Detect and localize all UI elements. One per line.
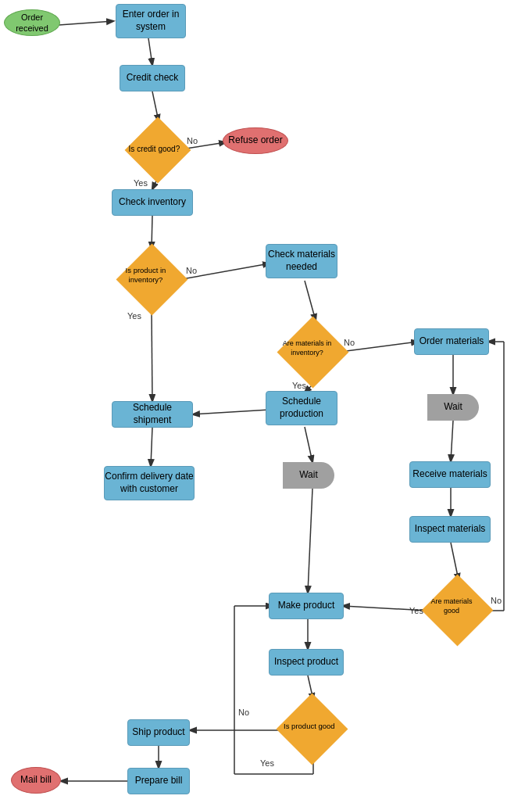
receive-materials-label: Receive materials: [412, 468, 487, 481]
no-materials-good-label: No: [491, 596, 502, 605]
no-inventory-label: No: [186, 266, 197, 275]
check-materials-node: Check materials needed: [266, 244, 337, 278]
enter-order-label: Enter order in system: [116, 9, 185, 33]
refuse-order-label: Refuse order: [228, 134, 282, 147]
inspect-product-label: Inspect product: [274, 656, 338, 668]
receive-materials-node: Receive materials: [409, 461, 491, 488]
are-materials-good-node: Are materials good: [424, 577, 490, 643]
ship-product-label: Ship product: [132, 726, 184, 739]
wait1-node: Wait: [427, 394, 479, 421]
refuse-order-node: Refuse order: [223, 127, 288, 154]
svg-line-20: [152, 310, 152, 401]
svg-line-19: [308, 489, 312, 593]
prepare-bill-node: Prepare bill: [127, 768, 190, 794]
prepare-bill-label: Prepare bill: [135, 775, 183, 787]
no-materials-inv-label: No: [344, 338, 355, 347]
is-credit-good-node: Is credit good?: [127, 119, 189, 181]
yes-inventory-label: Yes: [127, 311, 141, 321]
order-received-label: Order received: [5, 12, 59, 34]
mail-bill-node: Mail bill: [11, 767, 61, 794]
inspect-product-node: Inspect product: [269, 649, 344, 676]
svg-line-1: [148, 38, 152, 65]
check-inventory-node: Check inventory: [112, 189, 193, 216]
is-credit-good-label: Is credit good?: [127, 144, 181, 154]
credit-check-label: Credit check: [127, 72, 179, 84]
are-materials-good-label: Are materials good: [423, 597, 479, 615]
inspect-materials-label: Inspect materials: [415, 523, 486, 536]
wait2-node: Wait: [283, 462, 334, 489]
no-product-good-label: No: [238, 708, 249, 717]
order-materials-node: Order materials: [414, 328, 489, 355]
schedule-shipment-node: Schedule shipment: [112, 401, 193, 428]
is-product-good-label: Is product good: [280, 722, 337, 731]
is-product-in-inv-node: Is product in inventory?: [119, 246, 184, 312]
confirm-delivery-label: Confirm delivery date with customer: [105, 471, 194, 495]
svg-line-10: [451, 421, 453, 461]
make-product-node: Make product: [269, 593, 344, 619]
yes-credit-label: Yes: [134, 178, 148, 188]
yes-materials-inv-label: Yes: [292, 381, 306, 390]
confirm-delivery-node: Confirm delivery date with customer: [104, 466, 195, 500]
are-materials-in-inv-node: Are materials in inventory?: [280, 319, 345, 385]
wait2-label: Wait: [299, 469, 318, 482]
are-materials-in-inv-label: Are materials in inventory?: [278, 339, 334, 357]
yes-product-good-label: Yes: [260, 758, 274, 768]
yes-materials-good-label: Yes: [409, 606, 423, 615]
credit-check-node: Credit check: [120, 65, 185, 91]
svg-line-22: [151, 428, 152, 466]
svg-line-21: [193, 410, 270, 414]
inspect-materials-node: Inspect materials: [409, 516, 491, 543]
enter-order-node: Enter order in system: [116, 4, 186, 38]
wait1-label: Wait: [444, 401, 462, 414]
is-product-in-inv-label: Is product in inventory?: [117, 266, 173, 285]
no-credit-label: No: [187, 136, 198, 145]
mail-bill-label: Mail bill: [20, 774, 52, 787]
ship-product-node: Ship product: [127, 719, 190, 746]
order-received-node: Order received: [4, 9, 60, 36]
svg-line-0: [59, 21, 113, 25]
schedule-production-node: Schedule production: [266, 391, 337, 425]
schedule-production-label: Schedule production: [266, 396, 337, 420]
svg-line-8: [346, 342, 418, 351]
make-product-label: Make product: [278, 600, 335, 612]
svg-line-7: [305, 281, 316, 321]
order-materials-label: Order materials: [420, 335, 484, 348]
is-product-good-node: Is product good: [279, 696, 345, 762]
schedule-shipment-label: Schedule shipment: [112, 402, 192, 426]
check-inventory-label: Check inventory: [119, 196, 186, 209]
svg-line-18: [305, 427, 312, 462]
check-materials-label: Check materials needed: [266, 249, 337, 273]
